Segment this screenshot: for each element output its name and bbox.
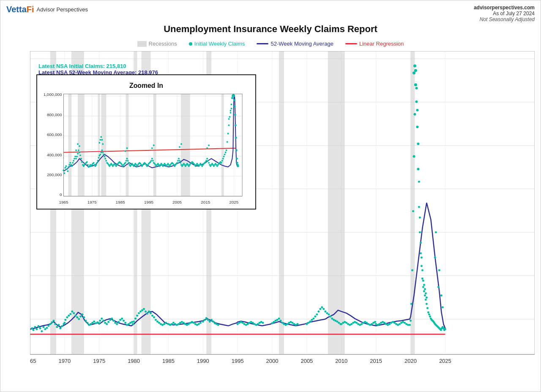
svg-point-115 <box>133 321 135 323</box>
svg-rect-357 <box>126 94 129 196</box>
svg-point-89 <box>91 322 93 324</box>
svg-point-114 <box>132 323 134 325</box>
svg-point-467 <box>150 160 152 161</box>
svg-point-118 <box>138 312 140 314</box>
svg-point-55 <box>36 328 38 330</box>
svg-point-436 <box>125 162 126 163</box>
svg-point-198 <box>307 322 309 324</box>
svg-point-187 <box>281 322 284 324</box>
svg-rect-359 <box>181 94 190 196</box>
svg-point-90 <box>93 321 95 323</box>
svg-text:1975: 1975 <box>87 200 97 204</box>
svg-point-58 <box>41 330 43 332</box>
legend-linear-reg-label: Linear Regression <box>359 41 404 47</box>
svg-point-586 <box>102 143 104 145</box>
svg-point-144 <box>183 322 185 324</box>
svg-point-106 <box>119 319 121 321</box>
svg-point-572 <box>235 124 237 126</box>
svg-point-439 <box>127 160 129 161</box>
svg-point-93 <box>98 322 100 324</box>
legend-linear-reg: Linear Regression <box>345 41 404 47</box>
svg-text:2015: 2015 <box>201 200 210 204</box>
svg-point-247 <box>388 323 391 325</box>
svg-point-274 <box>421 278 424 280</box>
svg-point-440 <box>128 162 130 163</box>
svg-point-403 <box>97 160 98 161</box>
svg-point-79 <box>74 315 77 317</box>
svg-point-576 <box>236 162 238 164</box>
svg-point-104 <box>116 323 118 325</box>
svg-point-281 <box>427 311 429 313</box>
svg-point-571 <box>234 114 236 116</box>
svg-point-555 <box>224 154 226 155</box>
adjustment-text: Not Seasonally Adjusted <box>474 16 535 22</box>
svg-point-97 <box>104 322 106 324</box>
svg-point-408 <box>101 150 103 151</box>
svg-point-241 <box>378 323 380 325</box>
svg-point-407 <box>100 152 102 153</box>
svg-point-368 <box>68 166 69 168</box>
svg-point-406 <box>99 154 101 155</box>
svg-point-590 <box>153 144 155 146</box>
svg-point-200 <box>311 319 313 321</box>
svg-point-282 <box>428 313 430 316</box>
svg-text:1965: 1965 <box>59 200 68 204</box>
svg-point-103 <box>114 322 116 324</box>
svg-point-227 <box>355 322 358 324</box>
svg-point-210 <box>328 313 330 316</box>
svg-point-177 <box>257 323 259 325</box>
svg-text:2025: 2025 <box>439 358 451 364</box>
svg-point-215 <box>336 321 338 323</box>
svg-point-317 <box>426 297 428 299</box>
svg-rect-353 <box>68 94 71 196</box>
svg-point-318 <box>434 256 436 259</box>
svg-point-578 <box>237 165 239 167</box>
svg-point-557 <box>226 150 227 151</box>
svg-point-266 <box>414 83 417 86</box>
svg-point-569 <box>233 99 235 101</box>
svg-point-375 <box>74 158 75 160</box>
svg-text:1990: 1990 <box>197 358 209 364</box>
svg-point-438 <box>126 158 128 160</box>
svg-point-68 <box>57 324 60 326</box>
svg-point-123 <box>146 313 148 315</box>
svg-point-575 <box>236 158 238 160</box>
svg-point-109 <box>124 322 126 324</box>
svg-point-501 <box>179 160 180 161</box>
svg-text:1995: 1995 <box>232 358 244 364</box>
svg-point-309 <box>419 216 421 218</box>
svg-point-184 <box>276 319 279 321</box>
svg-point-302 <box>413 71 415 74</box>
svg-point-204 <box>317 310 320 313</box>
svg-point-125 <box>150 312 152 314</box>
svg-point-562 <box>230 110 232 112</box>
svg-text:200,000: 200,000 <box>47 172 62 177</box>
svg-point-535 <box>207 160 209 161</box>
svg-point-319 <box>435 231 437 233</box>
legend-moving-avg-label: 52-Week Moving Average <box>270 41 333 47</box>
initial-claims-icon <box>189 42 192 46</box>
svg-point-306 <box>416 109 418 112</box>
svg-point-174 <box>252 322 254 324</box>
svg-point-536 <box>208 162 210 163</box>
svg-point-579 <box>75 150 77 151</box>
svg-point-589 <box>151 147 153 149</box>
svg-text:2005: 2005 <box>301 358 313 364</box>
svg-point-108 <box>123 320 125 322</box>
svg-point-594 <box>208 144 210 146</box>
svg-point-75 <box>68 315 70 317</box>
svg-text:2025: 2025 <box>229 200 238 204</box>
linear-reg-icon <box>345 43 357 44</box>
svg-point-275 <box>422 286 424 288</box>
svg-point-116 <box>134 318 137 320</box>
svg-point-369 <box>68 164 70 166</box>
svg-point-364 <box>64 167 66 169</box>
svg-point-310 <box>420 242 422 244</box>
svg-point-390 <box>86 161 88 163</box>
svg-point-168 <box>242 322 244 324</box>
stats-line1: Latest NSA Initial Claims: 215,810 <box>38 63 158 69</box>
svg-point-153 <box>198 323 200 325</box>
svg-point-111 <box>128 323 130 325</box>
svg-point-560 <box>228 125 230 126</box>
header-right: advisorperspectives.com As of July 27 20… <box>474 5 535 22</box>
